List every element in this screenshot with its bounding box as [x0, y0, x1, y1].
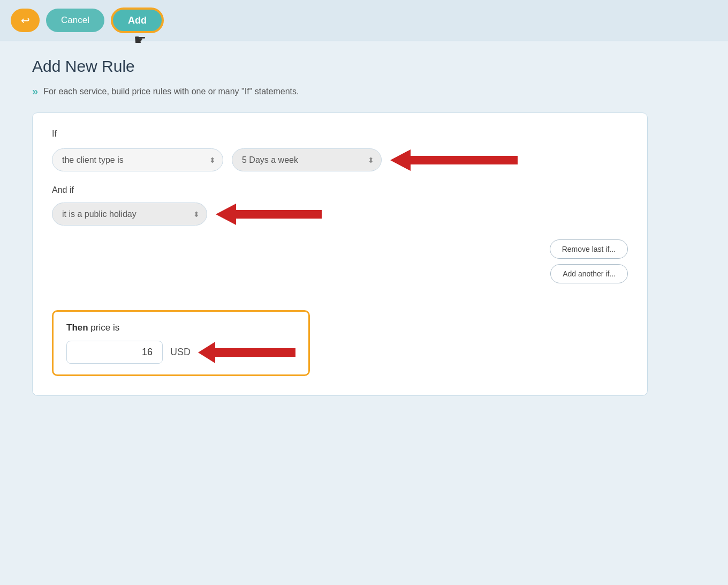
- red-arrow-2: [216, 204, 322, 225]
- then-rest: price is: [88, 322, 120, 333]
- subtitle-text: For each service, build price rules with…: [43, 87, 299, 96]
- client-type-select[interactable]: the client type is: [52, 148, 223, 171]
- price-value: 16: [142, 347, 153, 358]
- action-buttons: Remove last if... Add another if...: [52, 239, 628, 283]
- holiday-wrapper: it is a public holiday: [52, 202, 207, 226]
- page-title: Add New Rule: [32, 57, 696, 76]
- and-if-label: And if: [52, 185, 628, 195]
- arrow-row-1: [390, 149, 518, 171]
- arrow-head-1: [390, 149, 411, 171]
- price-row: 16 USD: [66, 341, 295, 364]
- arrow-shaft-2: [236, 210, 322, 219]
- arrow-shaft-3: [215, 348, 295, 357]
- page-subtitle: » For each service, build price rules wi…: [32, 85, 696, 98]
- schedule-wrapper: 5 Days a week: [232, 148, 382, 171]
- client-type-wrapper: the client type is: [52, 148, 223, 171]
- rule-card: If the client type is 5 Days a week: [32, 112, 648, 396]
- back-icon: ↩: [21, 14, 30, 27]
- cancel-button[interactable]: Cancel: [46, 9, 104, 32]
- holiday-select[interactable]: it is a public holiday: [52, 202, 207, 226]
- page-content: Add New Rule » For each service, build p…: [0, 41, 728, 412]
- condition-row-1: the client type is 5 Days a week: [52, 148, 628, 171]
- then-section: Then price is 16 USD: [52, 310, 310, 376]
- add-another-if-button[interactable]: Add another if...: [550, 264, 628, 283]
- then-bold: Then: [66, 322, 88, 333]
- arrow-head-2: [216, 204, 236, 225]
- add-button[interactable]: Add: [111, 8, 164, 33]
- condition-row-2: it is a public holiday: [52, 202, 628, 226]
- chevron-icon: »: [32, 85, 38, 98]
- toolbar: ↩ Cancel Add ☛: [0, 0, 728, 41]
- schedule-select[interactable]: 5 Days a week: [232, 148, 382, 171]
- arrow-shaft-1: [411, 156, 518, 164]
- arrow-head-3: [198, 342, 215, 363]
- back-button[interactable]: ↩: [11, 9, 40, 32]
- if-label: If: [52, 129, 628, 139]
- price-input-wrapper: 16: [66, 341, 163, 364]
- remove-last-if-button[interactable]: Remove last if...: [550, 239, 628, 259]
- red-arrow-1: [390, 149, 518, 171]
- then-label: Then price is: [66, 322, 295, 333]
- then-container: Then price is 16 USD: [52, 299, 628, 376]
- red-arrow-3: [198, 342, 295, 363]
- currency-label: USD: [170, 347, 191, 358]
